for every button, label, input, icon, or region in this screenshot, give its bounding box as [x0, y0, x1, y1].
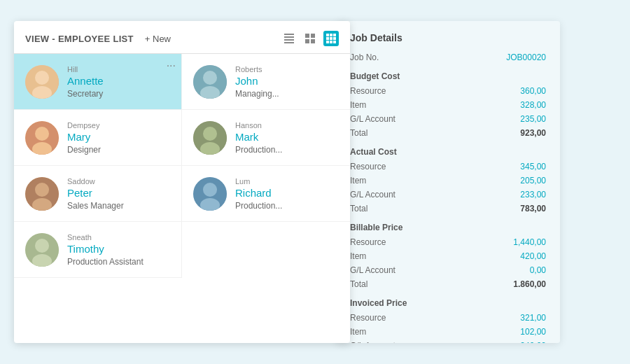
actual-cost-header: Actual Cost	[350, 147, 546, 157]
job-no-value: JOB00020	[506, 52, 546, 62]
employee-info-peter: Saddow Peter Sales Manager	[67, 176, 170, 211]
employee-lastname: Dempsey	[67, 120, 170, 130]
billable-gl-row: G/L Account 0,00	[350, 263, 546, 277]
employee-info-annette: Hill Annette Secretary	[67, 64, 170, 99]
employee-firstname: Annette	[67, 74, 170, 88]
employee-card-john[interactable]: Roberts John Managing...	[182, 54, 350, 110]
employee-lastname: Lum	[235, 176, 339, 186]
employee-card-timothy[interactable]: Sneath Timothy Production Assistant	[14, 222, 182, 278]
invoiced-resource-row: Resource 321,00	[350, 311, 546, 325]
svg-point-27	[203, 127, 217, 141]
avatar-richard	[193, 177, 227, 211]
svg-rect-16	[333, 41, 336, 43]
employee-grid: Hill Annette Secretary ··· Roberts John	[14, 54, 350, 278]
svg-point-21	[203, 71, 217, 85]
employee-firstname: Timothy	[67, 242, 170, 256]
actual-item-row: Item 205,00	[350, 174, 546, 188]
svg-point-30	[35, 183, 49, 197]
avatar-peter	[25, 177, 59, 211]
svg-point-36	[35, 239, 49, 253]
employee-card-peter[interactable]: Saddow Peter Sales Manager	[14, 166, 182, 222]
actual-total-row: Total 783,00	[350, 202, 546, 216]
budget-resource-row: Resource 360,00	[350, 84, 546, 98]
employee-panel: VIEW - EMPLOYEE LIST + New	[14, 21, 350, 343]
svg-rect-13	[333, 37, 336, 40]
avatar-mark	[193, 121, 227, 155]
panel-title: VIEW - EMPLOYEE LIST	[25, 34, 134, 44]
employee-role: Secretary	[67, 89, 170, 99]
header-icons	[281, 31, 339, 46]
employee-role: Production...	[235, 201, 339, 211]
employee-card-mary[interactable]: Dempsey Mary Designer	[14, 110, 182, 166]
employee-info-richard: Lum Richard Production...	[235, 176, 339, 211]
panel-header: VIEW - EMPLOYEE LIST + New	[14, 21, 350, 54]
employee-info-john: Roberts John Managing...	[235, 64, 339, 99]
avatar-annette	[25, 65, 59, 99]
avatar-timothy	[25, 233, 59, 267]
employee-lastname: Sneath	[67, 232, 170, 242]
svg-rect-1	[284, 36, 294, 38]
svg-rect-0	[284, 34, 294, 35]
svg-rect-7	[311, 39, 315, 43]
invoiced-price-header: Invoiced Price	[350, 298, 546, 308]
svg-rect-12	[330, 37, 332, 40]
svg-point-18	[35, 71, 49, 85]
employee-info-mark: Hanson Mark Production...	[235, 120, 339, 155]
employee-card-annette[interactable]: Hill Annette Secretary ···	[14, 54, 182, 110]
svg-rect-8	[326, 34, 329, 36]
employee-card-richard[interactable]: Lum Richard Production...	[182, 166, 350, 222]
svg-rect-2	[284, 39, 294, 41]
list-view-icon[interactable]	[281, 31, 297, 46]
grid-view-icon[interactable]	[323, 31, 339, 46]
svg-rect-4	[305, 34, 309, 38]
svg-rect-3	[284, 42, 294, 43]
employee-lastname: Roberts	[235, 64, 339, 74]
billable-price-header: Billable Price	[350, 223, 546, 232]
billable-item-row: Item 420,00	[350, 249, 546, 263]
job-details-title: Job Details	[350, 32, 546, 43]
employee-lastname: Hill	[67, 64, 170, 74]
employee-role: Designer	[67, 145, 170, 155]
employee-firstname: Mark	[235, 130, 339, 144]
employee-firstname: Mary	[67, 130, 170, 144]
avatar-mary	[25, 121, 59, 155]
billable-total-row: Total 1.860,00	[350, 277, 546, 291]
svg-rect-9	[330, 34, 332, 36]
settings-view-icon[interactable]	[302, 31, 318, 46]
employee-card-mark[interactable]: Hanson Mark Production...	[182, 110, 350, 166]
employee-info-timothy: Sneath Timothy Production Assistant	[67, 232, 170, 267]
invoiced-gl-row: G/L Account 340,00	[350, 339, 546, 343]
svg-rect-11	[326, 37, 329, 40]
employee-lastname: Hanson	[235, 120, 339, 130]
invoiced-item-row: Item 102,00	[350, 325, 546, 339]
budget-cost-header: Budget Cost	[350, 71, 546, 81]
svg-point-33	[203, 183, 217, 197]
budget-gl-row: G/L Account 235,00	[350, 112, 546, 126]
actual-gl-row: G/L Account 233,00	[350, 188, 546, 202]
card-menu-annette[interactable]: ···	[167, 59, 176, 72]
employee-firstname: John	[235, 74, 339, 88]
svg-rect-5	[311, 34, 315, 38]
svg-rect-14	[326, 41, 329, 43]
svg-rect-15	[330, 41, 332, 43]
actual-resource-row: Resource 345,00	[350, 160, 546, 174]
job-no-row: Job No. JOB00020	[350, 50, 546, 64]
main-container: VIEW - EMPLOYEE LIST + New	[14, 21, 616, 343]
employee-firstname: Peter	[67, 186, 170, 200]
employee-role: Managing...	[235, 89, 339, 99]
job-details-panel: Job Details Job No. JOB00020 Budget Cost…	[336, 21, 560, 343]
budget-item-row: Item 328,00	[350, 98, 546, 112]
employee-lastname: Saddow	[67, 176, 170, 186]
billable-resource-row: Resource 1,440,00	[350, 235, 546, 249]
svg-rect-6	[305, 39, 309, 43]
employee-role: Sales Manager	[67, 201, 170, 211]
employee-info-mary: Dempsey Mary Designer	[67, 120, 170, 155]
svg-point-24	[35, 127, 49, 141]
employee-role: Production...	[235, 145, 339, 155]
employee-firstname: Richard	[235, 186, 339, 200]
avatar-john	[193, 65, 227, 99]
new-button[interactable]: + New	[141, 32, 175, 46]
svg-rect-10	[333, 34, 336, 36]
employee-role: Production Assistant	[67, 257, 170, 267]
budget-total-row: Total 923,00	[350, 126, 546, 140]
